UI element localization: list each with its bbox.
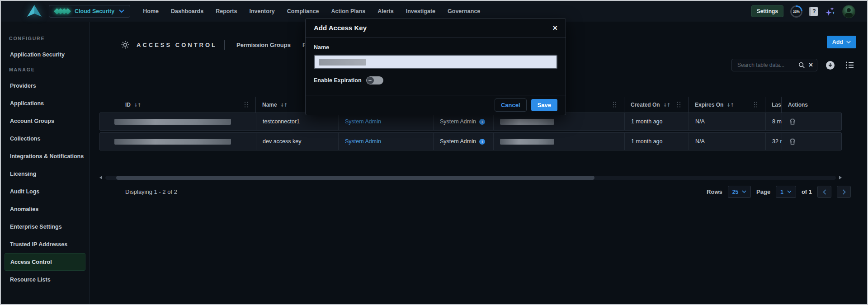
clear-search-icon[interactable]: × (809, 61, 813, 69)
settings-button[interactable]: Settings (751, 5, 783, 17)
column-header-label: Expires On (695, 102, 723, 108)
sort-icon[interactable]: ↓↑ (726, 102, 734, 108)
column-header-created-on[interactable]: Created On↓↑ (624, 97, 688, 113)
sort-icon[interactable]: ↓↑ (134, 102, 141, 108)
next-page-button[interactable] (837, 186, 851, 198)
enable-expiration-toggle[interactable] (366, 76, 383, 84)
cell-name: dev access key (256, 133, 338, 150)
nav-item-compliance[interactable]: Compliance (287, 8, 319, 14)
role-link[interactable]: System Admin (345, 138, 381, 145)
columns-list-icon (845, 61, 854, 69)
sidebar-item-account-groups[interactable]: Account Groups (5, 112, 85, 130)
save-button[interactable]: Save (531, 99, 557, 111)
search-icon[interactable] (798, 62, 805, 69)
nav-item-governance[interactable]: Governance (448, 8, 480, 14)
close-icon[interactable]: × (552, 24, 557, 32)
rows-per-page-select[interactable]: 25 (728, 186, 751, 198)
cell-name: testconnector1 (256, 113, 338, 130)
scrollbar-track[interactable] (105, 176, 836, 180)
sidebar-item-anomalies[interactable]: Anomalies (5, 200, 85, 218)
add-button[interactable]: Add (827, 36, 856, 48)
enable-expiration-label: Enable Expiration (314, 77, 362, 84)
sidebar-item-integrations-notifications[interactable]: Integrations & Notifications (5, 147, 85, 165)
cell-secret (493, 133, 624, 150)
trash-icon (789, 138, 796, 145)
sidebar-section-configure: CONFIGURE (1, 32, 89, 46)
modal-header: Add Access Key × (306, 19, 566, 38)
product-switcher-dropdown[interactable]: Cloud Security (49, 5, 130, 18)
sidebar-item-applications[interactable]: Applications (5, 94, 85, 112)
sidebar-item-application-security[interactable]: Application Security (5, 46, 85, 63)
cell-text: 1 month ago (631, 138, 663, 145)
cell-text: N/A (695, 138, 705, 145)
scroll-left-arrow[interactable] (99, 176, 102, 179)
column-header-id[interactable]: ID↓↑ (99, 97, 255, 113)
cell-secret (493, 113, 624, 130)
topbar-actions: Settings 23% ? (751, 5, 855, 18)
sidebar-item-collections[interactable]: Collections (5, 130, 85, 147)
cell-text: 8 mi (772, 118, 782, 125)
cancel-button[interactable]: Cancel (495, 99, 527, 112)
cell-expires_on: N/A (689, 113, 765, 130)
chevron-down-icon (787, 190, 792, 193)
table-row: testconnector1System AdminSystem Admini1… (99, 113, 842, 131)
tab-permission-groups[interactable]: Permission Groups (236, 42, 291, 48)
page-title: ACCESS CONTROL (137, 42, 217, 48)
info-icon[interactable]: i (479, 119, 485, 125)
progress-ring[interactable]: 23% (790, 5, 802, 18)
nav-item-inventory[interactable]: Inventory (249, 8, 274, 14)
chevron-down-icon (846, 41, 851, 44)
sidebar-item-access-control[interactable]: Access Control (5, 253, 85, 271)
table-footer: Displaying 1 - 2 of 2 Rows 25 Page 1 of … (90, 186, 867, 198)
page-select[interactable]: 1 (776, 186, 796, 198)
nav-item-alerts[interactable]: Alerts (377, 8, 393, 14)
sidebar-item-enterprise-settings[interactable]: Enterprise Settings (5, 218, 85, 235)
gear-icon (121, 40, 130, 49)
delete-access-key-button[interactable] (788, 117, 797, 126)
column-drag-handle-icon[interactable] (677, 102, 681, 108)
sort-icon[interactable]: ↓↑ (663, 102, 670, 108)
toggle-knob-icon (367, 77, 374, 84)
nav-item-investigate[interactable]: Investigate (406, 8, 435, 14)
column-drag-handle-icon[interactable] (754, 102, 758, 108)
displaying-count: Displaying 1 - 2 of 2 (125, 188, 177, 195)
sidebar-item-providers[interactable]: Providers (5, 77, 85, 94)
user-avatar[interactable] (842, 5, 855, 18)
redacted-value (500, 119, 554, 125)
modal-title: Add Access Key (314, 24, 367, 32)
download-button[interactable] (823, 59, 837, 71)
nav-item-action-plans[interactable]: Action Plans (331, 8, 366, 14)
info-icon[interactable]: i (479, 139, 485, 145)
delete-access-key-button[interactable] (788, 137, 797, 146)
column-header-label: Created On (631, 102, 660, 108)
column-drag-handle-icon[interactable] (245, 102, 248, 108)
add-access-key-modal: Add Access Key × Name Enable Expiration … (305, 18, 566, 115)
name-field (314, 55, 557, 69)
role-link[interactable]: System Admin (345, 118, 381, 125)
nav-item-home[interactable]: Home (143, 8, 159, 14)
help-icon[interactable]: ? (809, 7, 818, 16)
nav-item-reports[interactable]: Reports (216, 8, 237, 14)
chevron-left-icon (823, 189, 826, 195)
modal-footer: Cancel Save (306, 95, 566, 115)
sort-icon[interactable]: ↓↑ (280, 102, 288, 108)
column-drag-handle-icon[interactable] (613, 102, 617, 108)
sidebar-item-audit-logs[interactable]: Audit Logs (5, 183, 85, 200)
assigned-by-label: System Admin (440, 118, 476, 125)
table-settings-button[interactable] (843, 59, 857, 71)
table-row: dev access keySystem AdminSystem Admini1… (99, 132, 842, 150)
app-logo-icon[interactable] (26, 5, 42, 18)
sidebar-item-trusted-ip-addresses[interactable]: Trusted IP Addresses (5, 235, 85, 253)
search-input[interactable] (736, 61, 795, 69)
column-header-actions: Actions (781, 97, 842, 113)
column-header-label: Actions (788, 102, 808, 108)
ai-sparkles-icon[interactable] (825, 6, 835, 17)
column-header-expires-on[interactable]: Expires On↓↑ (688, 97, 765, 113)
scroll-right-arrow[interactable] (839, 176, 842, 179)
sidebar-item-licensing[interactable]: Licensing (5, 165, 85, 183)
previous-page-button[interactable] (817, 186, 831, 198)
add-button-label: Add (832, 39, 843, 45)
scrollbar-thumb[interactable] (116, 176, 594, 180)
sidebar-item-resource-lists[interactable]: Resource Lists (5, 271, 85, 288)
nav-item-dashboards[interactable]: Dashboards (171, 8, 203, 14)
